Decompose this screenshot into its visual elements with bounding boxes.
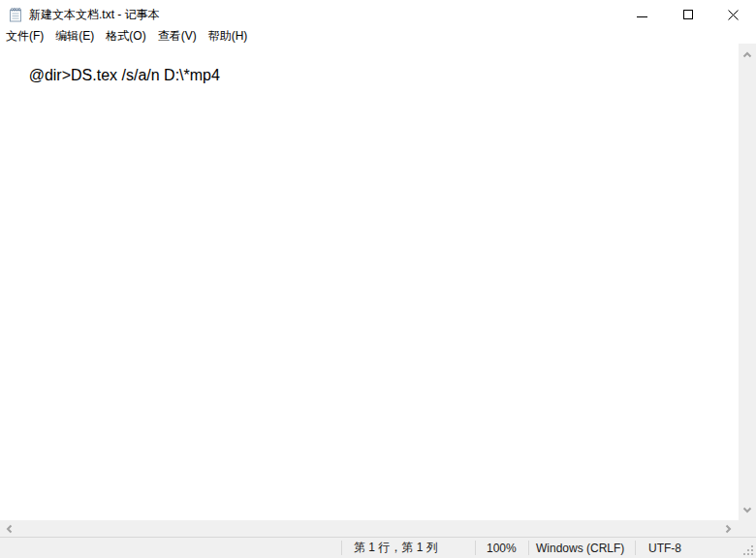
status-divider — [528, 541, 529, 555]
vertical-scrollbar[interactable] — [739, 44, 756, 520]
status-divider — [341, 541, 342, 555]
menu-help[interactable]: 帮助(H) — [203, 29, 254, 44]
titlebar[interactable]: 新建文本文档.txt - 记事本 — [0, 0, 756, 29]
status-divider — [475, 541, 476, 555]
scrollbar-corner — [739, 520, 756, 537]
chevron-left-icon[interactable] — [4, 523, 16, 535]
status-line-ending: Windows (CRLF) — [528, 538, 635, 558]
window-title: 新建文本文档.txt - 记事本 — [29, 7, 160, 23]
horizontal-scrollbar-row — [0, 520, 756, 537]
text-editor[interactable]: @dir>DS.tex /s/a/n D:\*mp4 — [0, 44, 739, 520]
menu-bar: 文件(F) 编辑(E) 格式(O) 查看(V) 帮助(H) — [0, 29, 756, 44]
notepad-icon — [8, 7, 23, 22]
status-bar: 第 1 行，第 1 列 100% Windows (CRLF) UTF-8 — [0, 537, 756, 558]
maximize-icon — [683, 10, 693, 19]
minimize-icon — [637, 16, 647, 17]
status-spacer — [0, 538, 341, 558]
status-divider — [635, 541, 636, 555]
menu-format[interactable]: 格式(O) — [100, 29, 151, 44]
menu-view[interactable]: 查看(V) — [152, 29, 203, 44]
chevron-right-icon[interactable] — [722, 523, 734, 535]
window-controls — [619, 0, 756, 29]
minimize-button[interactable] — [619, 0, 665, 29]
menu-edit[interactable]: 编辑(E) — [49, 29, 100, 44]
status-zoom-level: 100% — [475, 538, 528, 558]
horizontal-scrollbar[interactable] — [0, 520, 739, 537]
editor-text: @dir>DS.tex /s/a/n D:\*mp4 — [29, 67, 220, 83]
maximize-button[interactable] — [665, 0, 710, 29]
menu-file[interactable]: 文件(F) — [0, 29, 49, 44]
status-cursor-position: 第 1 行，第 1 列 — [341, 538, 475, 558]
close-icon — [728, 10, 739, 20]
content-area: @dir>DS.tex /s/a/n D:\*mp4 — [0, 44, 756, 520]
chevron-down-icon[interactable] — [741, 504, 753, 515]
close-button[interactable] — [710, 0, 756, 29]
notepad-window: 新建文本文档.txt - 记事本 文件(F) 编辑(E) 格式(O) 查看(V)… — [0, 0, 756, 558]
resize-grip-icon[interactable] — [743, 545, 754, 556]
chevron-up-icon[interactable] — [741, 49, 753, 61]
status-encoding: UTF-8 — [635, 538, 756, 558]
